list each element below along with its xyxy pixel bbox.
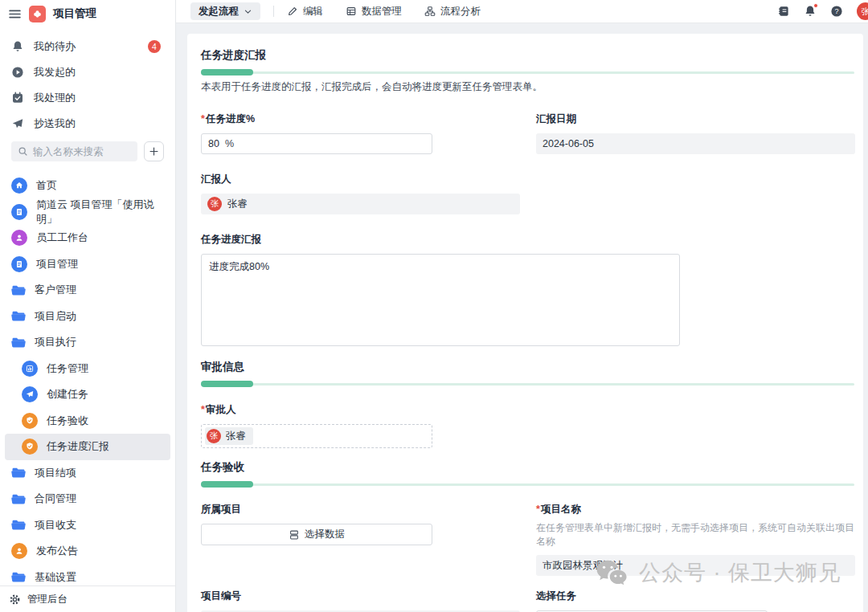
approver-picker[interactable]: 张 张睿: [201, 424, 432, 448]
admin-console-link[interactable]: 管理后台: [0, 585, 175, 612]
project-name-label: 项目名称: [541, 504, 581, 515]
field-project-code: 项目编号 XM20240605005: [201, 590, 520, 612]
reporter-field: 张 张睿: [201, 194, 520, 214]
toolbar-right-icons: ? 张: [777, 2, 868, 20]
play-circle-icon: [11, 66, 24, 79]
sidebar-item-project-management[interactable]: 项目管理: [5, 251, 170, 278]
sidebar-item-project-kickoff[interactable]: 项目启动: [5, 304, 170, 330]
sidebar-item-staff-workbench[interactable]: 员工工作台: [5, 225, 170, 251]
sidebar-item-cc-to-me[interactable]: 抄送我的: [0, 111, 175, 137]
section-divider: [201, 381, 854, 387]
data-management-label: 数据管理: [362, 5, 402, 18]
sidebar-item-project-closing[interactable]: 项目结项: [5, 460, 170, 487]
sidebar-item-project-execution[interactable]: 项目执行: [5, 329, 170, 356]
org-chart-icon: [424, 6, 436, 17]
sidebar-item-label: 项目启动: [35, 309, 76, 324]
project-code-label: 项目编号: [201, 590, 520, 603]
hamburger-menu-icon[interactable]: [8, 7, 22, 21]
sidebar-item-publish-announcement[interactable]: 发布公告: [5, 538, 170, 565]
sidebar-item-label: 简道云 项目管理「使用说明」: [36, 198, 164, 226]
todo-count-badge: 4: [148, 40, 161, 53]
chevron-down-icon: [244, 7, 252, 16]
sidebar-item-home[interactable]: 首页: [5, 173, 170, 199]
sidebar-item-contract-management[interactable]: 合同管理: [5, 486, 170, 512]
send-icon: [22, 386, 38, 402]
sidebar-item-label: 任务管理: [47, 361, 88, 376]
bell-icon: [11, 40, 24, 53]
sidebar-item-label: 项目收支: [35, 518, 76, 532]
sidebar-item-my-todo[interactable]: 我的待办 4: [0, 34, 175, 59]
contacts-book-icon[interactable]: [777, 5, 790, 18]
sidebar-item-label: 项目执行: [35, 335, 76, 349]
sidebar-item-usage-guide[interactable]: 简道云 项目管理「使用说明」: [5, 199, 170, 226]
form-title: 任务进度汇报: [201, 48, 854, 63]
form-card: 任务进度汇报 本表用于任务进度的汇报，汇报完成后，会自动将进度更新至任务管理表单…: [187, 34, 863, 612]
notification-bell-icon[interactable]: [804, 5, 817, 18]
sidebar-item-label: 发布公告: [36, 544, 78, 558]
sidebar-header: 项目管理: [0, 2, 175, 26]
edit-button[interactable]: 编辑: [287, 5, 323, 18]
sidebar-item-label: 我的待办: [34, 39, 76, 54]
progress-note-textarea[interactable]: 进度完成80%: [201, 254, 680, 346]
field-project: 所属项目 选择数据: [201, 503, 520, 576]
field-select-task: 选择任务 选择数据: [536, 590, 855, 612]
field-report-date: 汇报日期 2024-06-05: [536, 112, 855, 154]
folder-open-icon: [11, 337, 26, 349]
sidebar-item-my-processed[interactable]: 我处理的: [0, 85, 175, 111]
shield-check-icon: [22, 439, 38, 455]
sidebar-search-row: [0, 137, 175, 168]
announcer-icon: [11, 543, 27, 559]
edit-label: 编辑: [303, 5, 323, 18]
reporter-label: 汇报人: [201, 173, 854, 186]
folder-icon: [11, 519, 26, 531]
search-box[interactable]: [11, 141, 137, 161]
task-progress-input[interactable]: 80 %: [201, 133, 432, 154]
sidebar-item-customer-management[interactable]: 客户管理: [5, 277, 170, 304]
progress-note-label: 任务进度汇报: [201, 233, 854, 247]
required-asterisk: *: [536, 504, 540, 515]
sidebar-item-basic-settings[interactable]: 基础设置: [5, 565, 170, 586]
sidebar-item-task-management[interactable]: 任务管理: [5, 356, 170, 382]
select-task-label: 选择任务: [536, 590, 855, 603]
paper-plane-icon: [11, 117, 24, 130]
add-app-button[interactable]: [144, 141, 164, 161]
start-flow-button[interactable]: 发起流程: [190, 2, 260, 20]
approval-section-title: 审批信息: [201, 360, 854, 374]
sidebar-item-task-progress-report[interactable]: 任务进度汇报: [5, 434, 170, 460]
sidebar-item-label: 任务验收: [47, 414, 88, 428]
field-task-progress: *任务进度% 80 %: [201, 112, 520, 154]
sidebar-item-label: 合同管理: [35, 492, 76, 506]
project-name-hint: 在任务管理表单中新增汇报时，无需手动选择项目，系统可自动关联出项目名称: [536, 521, 855, 549]
sidebar-item-create-task[interactable]: 创建任务: [5, 381, 170, 408]
chart-icon: [22, 361, 38, 377]
search-input[interactable]: [33, 146, 131, 157]
app-title: 项目管理: [53, 6, 96, 21]
sidebar-item-label: 任务进度汇报: [47, 439, 109, 454]
sidebar: 项目管理 我的待办 4 我发起的 我处理的 抄送我的: [0, 0, 176, 612]
section-divider: [201, 69, 854, 75]
project-name-field: 市政园林景观设计: [536, 555, 855, 576]
folder-icon: [11, 493, 26, 505]
folder-icon: [11, 571, 26, 583]
shield-check-icon: [22, 413, 38, 429]
help-icon[interactable]: ?: [830, 5, 843, 18]
sidebar-item-label: 基础设置: [35, 570, 76, 585]
pencil-icon: [287, 6, 298, 17]
sidebar-item-label: 抄送我的: [34, 116, 76, 131]
sidebar-item-my-initiated[interactable]: 我发起的: [0, 59, 175, 85]
task-check-icon: [11, 92, 24, 104]
approver-name: 张睿: [226, 430, 246, 443]
reporter-avatar: 张: [207, 197, 222, 211]
data-management-button[interactable]: 数据管理: [346, 5, 402, 18]
section-divider: [201, 481, 854, 488]
approver-chip: 张 张睿: [205, 427, 253, 445]
project-select-button[interactable]: 选择数据: [201, 524, 432, 545]
document-icon: [11, 204, 27, 220]
content-area: 任务进度汇报 本表用于任务进度的汇报，汇报完成后，会自动将进度更新至任务管理表单…: [176, 23, 868, 612]
select-data-icon: [289, 529, 300, 541]
user-avatar[interactable]: 张: [857, 2, 868, 20]
sidebar-item-task-acceptance[interactable]: 任务验收: [5, 408, 170, 435]
sidebar-item-label: 我发起的: [34, 65, 76, 80]
flow-analysis-button[interactable]: 流程分析: [424, 5, 481, 18]
sidebar-item-project-finance[interactable]: 项目收支: [5, 512, 170, 539]
